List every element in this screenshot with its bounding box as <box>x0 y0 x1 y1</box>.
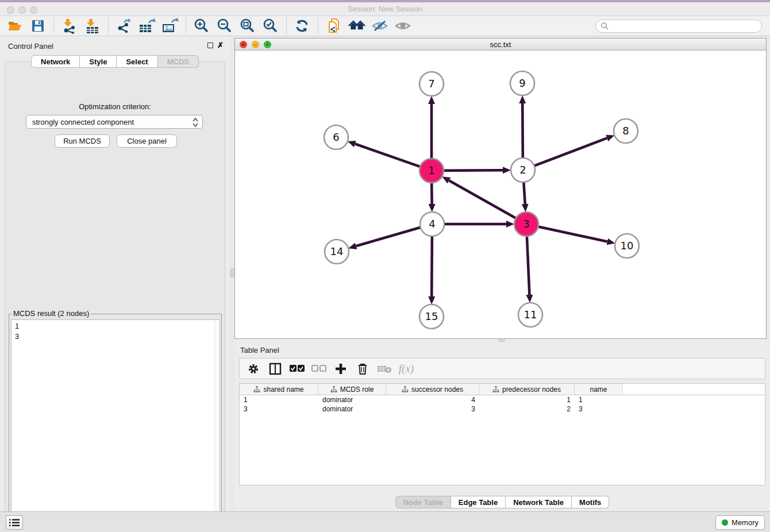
window-zoom-icon[interactable] <box>30 6 37 14</box>
node-label: 1 <box>428 164 434 176</box>
window-close-icon[interactable] <box>7 6 14 14</box>
column-header-shared-name[interactable]: shared name <box>240 384 318 395</box>
clone-network-button[interactable] <box>325 17 342 34</box>
deselect-all-button[interactable] <box>311 361 327 377</box>
open-file-button[interactable] <box>6 17 24 34</box>
zoom-fit-button[interactable] <box>239 17 256 34</box>
edge-2-8[interactable] <box>534 138 607 165</box>
control-panel: Control Panel ✗ NetworkStyleSelectMCDS O… <box>0 36 230 511</box>
tab-mcds[interactable]: MCDS <box>158 55 199 68</box>
network-zoom-icon[interactable]: + <box>264 41 271 48</box>
splitter-handle[interactable] <box>230 269 234 277</box>
node-1[interactable]: 1 <box>419 159 444 183</box>
tab-node-table[interactable]: Node Table <box>395 496 451 508</box>
delete-table-button[interactable] <box>376 361 392 377</box>
import-network-button[interactable] <box>61 17 78 34</box>
edge-4-15[interactable] <box>432 236 432 296</box>
criterion-dropdown[interactable]: strongly connected component <box>26 115 203 129</box>
table-row[interactable]: 1dominator411 <box>240 395 765 404</box>
hide-selected-button[interactable] <box>371 17 388 34</box>
edge-1-2[interactable] <box>444 170 503 171</box>
cell[interactable]: 3 <box>240 404 318 414</box>
node-8[interactable]: 8 <box>614 119 638 143</box>
add-column-button[interactable] <box>333 361 349 377</box>
node-11[interactable]: 11 <box>518 303 542 327</box>
column-header-name[interactable]: name <box>575 384 623 395</box>
close-panel-button[interactable]: Close panel <box>117 134 177 148</box>
table-row[interactable]: 3dominator323 <box>240 404 765 414</box>
node-14[interactable]: 14 <box>325 240 349 264</box>
control-panel-title: Control Panel <box>8 42 53 51</box>
cell[interactable]: dominator <box>318 404 386 414</box>
apply-layout-button[interactable] <box>294 17 311 34</box>
memory-button[interactable]: Memory <box>715 515 765 530</box>
edge-2-9[interactable] <box>522 103 523 158</box>
node-9[interactable]: 9 <box>510 71 534 95</box>
reset-zoom-button[interactable] <box>348 17 365 34</box>
node-7[interactable]: 7 <box>419 72 444 96</box>
vertical-splitter[interactable] <box>230 36 234 511</box>
export-image-button[interactable] <box>161 17 179 34</box>
tab-edge-table[interactable]: Edge Table <box>451 496 506 508</box>
float-panel-icon[interactable] <box>207 43 213 48</box>
node-10[interactable]: 10 <box>615 234 639 258</box>
tab-motifs[interactable]: Motifs <box>572 496 609 508</box>
memory-status-icon <box>722 519 728 526</box>
cell[interactable]: 1 <box>240 395 318 404</box>
node-15[interactable]: 15 <box>419 304 444 329</box>
mcds-panel: Optimization criterion: strongly connect… <box>5 61 225 531</box>
cell[interactable]: 4 <box>386 395 479 404</box>
cell[interactable]: 1 <box>479 395 575 404</box>
save-session-button[interactable] <box>29 17 47 34</box>
edge-4-14[interactable] <box>356 228 421 246</box>
delete-column-button[interactable] <box>355 361 371 377</box>
cell[interactable]: dominator <box>318 395 386 404</box>
export-network-button[interactable] <box>116 17 133 34</box>
zoom-in-button[interactable] <box>193 17 210 34</box>
column-header-MCDS-role[interactable]: MCDS role <box>318 384 386 395</box>
close-panel-icon[interactable]: ✗ <box>217 41 224 49</box>
network-graph-canvas[interactable]: 7968124314101511 <box>235 51 766 338</box>
tab-network[interactable]: Network <box>31 55 80 68</box>
edge-1-6[interactable] <box>355 144 420 167</box>
network-window-titlebar: ✕ − + scc.txt <box>235 38 766 51</box>
task-history-button[interactable] <box>6 515 23 530</box>
run-mcds-button[interactable]: Run MCDS <box>55 134 110 148</box>
export-table-button[interactable] <box>138 17 156 34</box>
node-table[interactable]: shared nameMCDS rolesuccessor nodesprede… <box>239 383 765 485</box>
cell[interactable]: 3 <box>386 404 479 414</box>
result-scrollbar[interactable] <box>214 320 220 529</box>
clone-network-icon <box>326 17 342 34</box>
import-table-button[interactable] <box>84 17 101 34</box>
zoom-out-button[interactable] <box>216 17 233 34</box>
search-box[interactable] <box>595 20 762 33</box>
window-minimize-icon[interactable] <box>18 6 26 14</box>
mcds-result-area[interactable]: 1 3 <box>11 319 220 529</box>
edge-3-1[interactable] <box>449 180 515 218</box>
tab-style[interactable]: Style <box>80 55 117 68</box>
tab-network-table[interactable]: Network Table <box>506 496 572 508</box>
network-window-title: scc.txt <box>235 38 766 51</box>
zoom-selected-button[interactable] <box>262 17 279 34</box>
function-builder-button[interactable]: f(x) <box>398 361 414 377</box>
column-header-successor-nodes[interactable]: successor nodes <box>386 384 479 395</box>
network-minimize-icon[interactable]: − <box>252 41 259 48</box>
cell[interactable]: 1 <box>575 395 623 404</box>
node-2[interactable]: 2 <box>511 158 535 182</box>
show-column-panel-button[interactable] <box>267 361 283 377</box>
column-header-predecessor-nodes[interactable]: predecessor nodes <box>479 384 575 395</box>
search-input[interactable] <box>609 22 757 30</box>
show-all-button[interactable] <box>394 17 411 34</box>
edge-3-10[interactable] <box>538 226 607 241</box>
node-6[interactable]: 6 <box>324 125 348 149</box>
edge-2-3[interactable] <box>523 182 525 204</box>
network-close-icon[interactable]: ✕ <box>240 41 247 48</box>
tab-select[interactable]: Select <box>117 55 157 68</box>
select-all-button[interactable] <box>289 361 305 377</box>
cell[interactable]: 2 <box>479 404 575 414</box>
edge-3-11[interactable] <box>527 236 530 295</box>
node-3[interactable]: 3 <box>514 212 538 236</box>
node-4[interactable]: 4 <box>420 212 444 236</box>
column-settings-button[interactable] <box>245 361 261 377</box>
cell[interactable]: 3 <box>575 404 623 414</box>
